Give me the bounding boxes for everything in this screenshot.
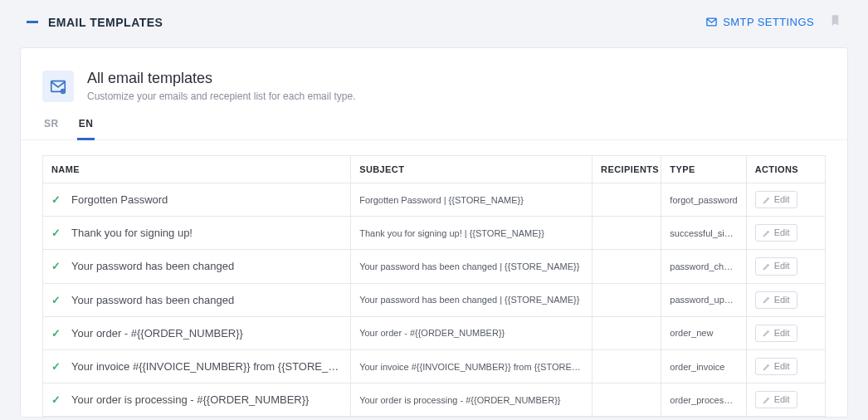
edit-label: Edit: [774, 261, 790, 271]
edit-label: Edit: [774, 194, 790, 205]
edit-button[interactable]: Edit: [755, 224, 797, 242]
header-right: SMTP SETTINGS: [705, 13, 841, 31]
template-recipients: [592, 217, 661, 250]
language-tabs: SREN: [21, 110, 847, 140]
template-recipients: [592, 316, 661, 349]
template-name: ✓Thank you for signing up!: [43, 217, 351, 250]
table-row: ✓Your password has been changedYour pass…: [43, 250, 826, 283]
smtp-settings-label: SMTP SETTINGS: [723, 16, 814, 28]
check-icon: ✓: [51, 360, 63, 373]
table-row: ✓Your password has been changedYour pass…: [43, 283, 826, 316]
actions-cell: Edit: [746, 183, 825, 217]
actions-cell: Edit: [746, 217, 825, 250]
template-name-text: Your password has been changed: [71, 260, 234, 272]
page-title: EMAIL TEMPLATES: [48, 16, 163, 29]
actions-cell: Edit: [746, 349, 825, 383]
template-recipients: [592, 183, 661, 217]
col-type: TYPE: [661, 156, 746, 183]
template-subject: Your password has been changed | {{STORE…: [351, 283, 592, 316]
table-row: ✓Thank you for signing up!Thank you for …: [43, 217, 826, 250]
template-subject: Your order is processing - #{{ORDER_NUMB…: [351, 383, 592, 417]
header-dash-icon: [27, 21, 38, 23]
template-name: ✓Your order - #{{ORDER_NUMBER}}: [43, 316, 351, 349]
check-icon: ✓: [51, 294, 63, 306]
template-name-text: Your password has been changed: [71, 294, 234, 306]
template-subject: Thank you for signing up! | {{STORE_NAME…: [351, 217, 592, 250]
pencil-icon: [763, 262, 771, 271]
table-row: ✓Your order is processing - #{{ORDER_NUM…: [43, 383, 826, 417]
col-recipients: RECIPIENTS: [592, 156, 661, 183]
template-recipients: [592, 283, 661, 316]
table-header-row: NAME SUBJECT RECIPIENTS TYPE ACTIONS: [43, 156, 826, 183]
template-name: ✓Your order is processing - #{{ORDER_NUM…: [43, 383, 351, 417]
template-type: order_invoice: [661, 349, 746, 383]
template-recipients: [592, 349, 661, 383]
card-header: All email templates Customize your email…: [21, 48, 847, 110]
actions-cell: Edit: [746, 283, 825, 316]
template-type: order_new: [661, 316, 746, 349]
pencil-icon: [763, 295, 771, 304]
table-row: ✓Your invoice #{{INVOICE_NUMBER}} from {…: [43, 349, 826, 383]
template-type: forgot_password: [661, 183, 746, 217]
check-icon: ✓: [51, 260, 63, 272]
pencil-icon: [763, 196, 771, 204]
edit-label: Edit: [774, 227, 790, 238]
template-subject: Forgotten Password | {{STORE_NAME}}: [351, 183, 592, 217]
template-subject: Your order - #{{ORDER_NUMBER}}: [351, 316, 592, 349]
template-type: password_updated: [661, 283, 746, 316]
edit-button[interactable]: Edit: [755, 325, 797, 342]
template-name-text: Your order is processing - #{{ORDER_NUMB…: [71, 393, 309, 406]
check-icon: ✓: [51, 327, 63, 339]
edit-button[interactable]: Edit: [755, 291, 797, 309]
template-subject: Your password has been changed | {{STORE…: [351, 250, 592, 283]
templates-table: NAME SUBJECT RECIPIENTS TYPE ACTIONS ✓Fo…: [42, 155, 826, 417]
template-recipients: [592, 250, 661, 283]
card-title: All email templates: [87, 70, 355, 87]
edit-label: Edit: [774, 295, 790, 305]
edit-button[interactable]: Edit: [755, 257, 797, 275]
edit-button[interactable]: Edit: [755, 358, 797, 375]
page-header: EMAIL TEMPLATES SMTP SETTINGS: [0, 0, 868, 39]
email-templates-card: All email templates Customize your email…: [20, 47, 848, 418]
pencil-icon: [763, 329, 771, 337]
smtp-settings-link[interactable]: SMTP SETTINGS: [705, 16, 814, 28]
template-name-text: Thank you for signing up!: [71, 227, 193, 239]
template-name-text: Your invoice #{{INVOICE_NUMBER}} from {{…: [71, 360, 351, 373]
edit-label: Edit: [774, 328, 790, 339]
mail-settings-icon: [42, 71, 74, 102]
check-icon: ✓: [51, 227, 63, 239]
pencil-icon: [763, 396, 771, 404]
lang-tab-en[interactable]: EN: [77, 118, 95, 140]
edit-label: Edit: [774, 394, 790, 405]
edit-label: Edit: [774, 361, 790, 372]
header-left: EMAIL TEMPLATES: [27, 16, 163, 29]
mail-icon: [705, 16, 718, 28]
table-row: ✓Forgotten PasswordForgotten Password | …: [43, 183, 826, 217]
template-name-text: Forgotten Password: [71, 193, 168, 206]
edit-button[interactable]: Edit: [755, 191, 797, 208]
template-type: order_processing: [661, 383, 746, 417]
table-row: ✓Your order - #{{ORDER_NUMBER}}Your orde…: [43, 316, 826, 349]
template-name: ✓Your password has been changed: [43, 283, 351, 316]
template-type: successful_sign_up: [661, 217, 746, 250]
edit-button[interactable]: Edit: [755, 391, 797, 408]
template-name: ✓Your invoice #{{INVOICE_NUMBER}} from {…: [43, 349, 351, 383]
actions-cell: Edit: [746, 316, 825, 349]
check-icon: ✓: [51, 193, 63, 206]
bookmark-icon[interactable]: [829, 13, 841, 31]
lang-tab-sr[interactable]: SR: [42, 118, 61, 140]
actions-cell: Edit: [746, 250, 825, 283]
card-subtitle: Customize your emails and recepient list…: [87, 90, 355, 102]
check-icon: ✓: [51, 393, 63, 406]
col-actions: ACTIONS: [746, 156, 825, 183]
card-titles: All email templates Customize your email…: [87, 70, 355, 102]
pencil-icon: [763, 363, 771, 371]
svg-point-3: [62, 90, 64, 92]
col-subject: SUBJECT: [351, 156, 592, 183]
actions-cell: Edit: [746, 383, 825, 417]
table-wrap: NAME SUBJECT RECIPIENTS TYPE ACTIONS ✓Fo…: [21, 140, 847, 417]
table-body: ✓Forgotten PasswordForgotten Password | …: [43, 183, 826, 417]
col-name: NAME: [43, 156, 351, 183]
template-name: ✓Your password has been changed: [43, 250, 351, 283]
template-recipients: [592, 383, 661, 417]
